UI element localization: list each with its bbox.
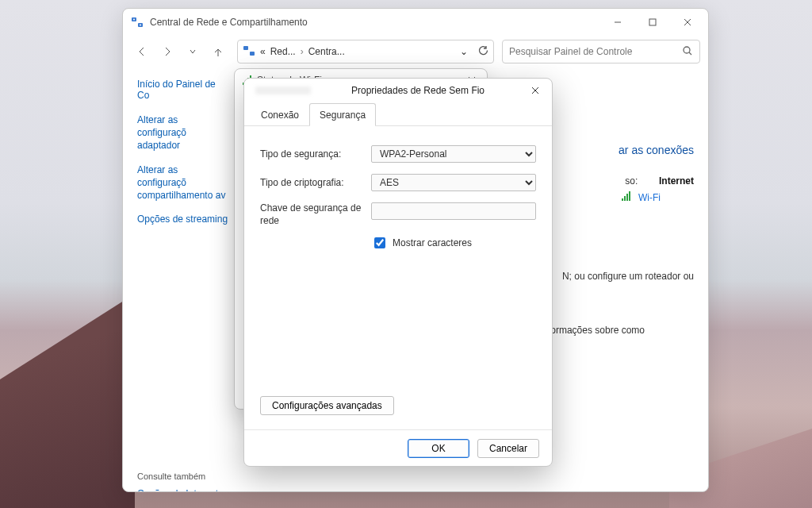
wireless-properties-dialog: Propriedades de Rede Sem Fio Conexão Seg… bbox=[243, 78, 553, 467]
network-center-icon bbox=[243, 44, 255, 60]
search-placeholder: Pesquisar Painel de Controle bbox=[509, 46, 682, 57]
security-type-select[interactable]: WPA2-Personal bbox=[371, 145, 536, 163]
recent-button[interactable] bbox=[182, 40, 204, 63]
see-also-label: Consulte também bbox=[137, 471, 229, 481]
back-button[interactable] bbox=[131, 40, 153, 63]
titlebar: Central de Rede e Compartilhamento bbox=[123, 9, 708, 36]
svg-rect-5 bbox=[649, 19, 656, 25]
encryption-type-label: Tipo de criptografia: bbox=[260, 177, 371, 188]
wifi-signal-icon bbox=[622, 191, 633, 201]
breadcrumb-item[interactable]: Red... bbox=[270, 46, 296, 57]
left-nav: Início do Painel de Co Alterar as config… bbox=[123, 67, 234, 491]
search-input[interactable]: Pesquisar Painel de Controle bbox=[502, 40, 700, 64]
cancel-button[interactable]: Cancelar bbox=[477, 439, 539, 458]
access-label: so: Internet bbox=[625, 175, 694, 187]
access-value: Internet bbox=[659, 175, 694, 187]
minimize-button[interactable] bbox=[600, 10, 635, 34]
address-bar[interactable]: « Red... › Centra... ⌄ bbox=[237, 40, 494, 64]
network-key-label: Chave de segurança de rede bbox=[260, 202, 371, 227]
search-icon bbox=[682, 45, 693, 59]
ssid-redacted bbox=[255, 87, 311, 94]
chevron-down-icon[interactable]: ⌄ bbox=[460, 46, 468, 57]
svg-point-3 bbox=[140, 25, 141, 26]
hint-text: ormações sobre como bbox=[550, 325, 645, 336]
tab-security[interactable]: Segurança bbox=[309, 103, 376, 126]
control-panel-home-link[interactable]: Início do Painel de Co bbox=[137, 79, 229, 101]
breadcrumb-prefix: « bbox=[260, 46, 266, 57]
refresh-icon[interactable] bbox=[477, 45, 488, 59]
show-characters-checkbox[interactable] bbox=[374, 237, 385, 248]
svg-rect-10 bbox=[250, 52, 255, 56]
streaming-options-link[interactable]: Opções de streaming bbox=[137, 213, 229, 225]
security-type-label: Tipo de segurança: bbox=[260, 148, 371, 160]
svg-point-2 bbox=[133, 19, 135, 21]
network-center-icon bbox=[131, 16, 144, 29]
close-icon[interactable] bbox=[525, 82, 546, 99]
up-button[interactable] bbox=[207, 40, 229, 63]
adapter-settings-link[interactable]: Alterar as configuraçõ adaptador bbox=[137, 114, 229, 152]
maximize-button[interactable] bbox=[635, 10, 670, 34]
wallpaper-left bbox=[0, 294, 135, 508]
toolbar: « Red... › Centra... ⌄ Pesquisar Painel … bbox=[123, 36, 708, 67]
advanced-settings-button[interactable]: Configurações avançadas bbox=[260, 396, 394, 415]
encryption-type-select[interactable]: AES bbox=[371, 174, 536, 191]
internet-options-link[interactable]: Opções da Internet bbox=[137, 487, 229, 491]
section-title: ar as conexões bbox=[619, 144, 694, 156]
network-key-input[interactable] bbox=[371, 202, 536, 220]
forward-button[interactable] bbox=[156, 40, 178, 63]
close-button[interactable] bbox=[670, 10, 705, 34]
chevron-right-icon: › bbox=[301, 46, 304, 57]
show-characters-label: Mostrar caracteres bbox=[393, 237, 472, 248]
tab-connection[interactable]: Conexão bbox=[251, 103, 309, 126]
sharing-settings-link[interactable]: Alterar as configuraçõ compartilhamento … bbox=[137, 164, 229, 202]
hint-text: N; ou configure um roteador ou bbox=[562, 271, 694, 282]
svg-point-11 bbox=[684, 47, 690, 53]
ok-button[interactable]: OK bbox=[408, 439, 469, 458]
wifi-row: Wi-Fi bbox=[622, 191, 661, 203]
dialog-title: Propriedades de Rede Sem Fio bbox=[311, 85, 525, 96]
svg-line-12 bbox=[689, 52, 691, 55]
window-title: Central de Rede e Compartilhamento bbox=[150, 17, 308, 28]
breadcrumb-item[interactable]: Centra... bbox=[308, 46, 345, 57]
wifi-link[interactable]: Wi-Fi bbox=[638, 192, 661, 203]
tabs: Conexão Segurança bbox=[244, 102, 552, 126]
svg-rect-9 bbox=[243, 46, 248, 50]
